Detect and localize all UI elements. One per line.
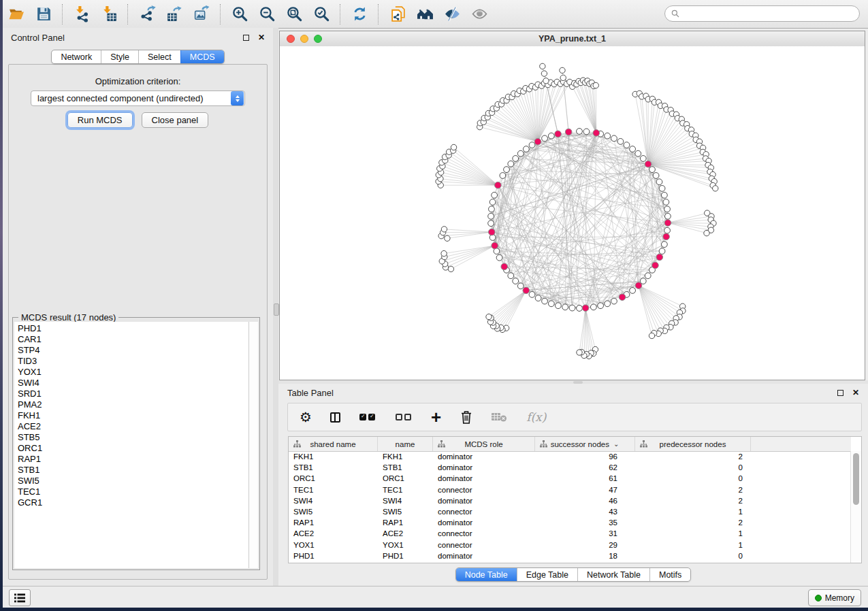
right-region: YPA_prune.txt_1 Table Panel ✕ ⚙ + — [278, 28, 868, 587]
mcds-result-item[interactable]: STP4 — [14, 345, 248, 356]
network-from-document-icon[interactable] — [386, 4, 409, 24]
network-graph[interactable] — [280, 46, 865, 380]
memory-button[interactable]: Memory — [808, 589, 861, 606]
tab-motifs[interactable]: Motifs — [649, 568, 690, 581]
table-cell: PHD1 — [289, 552, 378, 560]
table-row[interactable]: STB1STB1dominator620 — [289, 462, 851, 473]
run-mcds-button[interactable]: Run MCDS — [67, 112, 133, 128]
mcds-result-item[interactable]: SRD1 — [14, 389, 248, 399]
table-row[interactable]: SWI4SWI4dominator462 — [289, 495, 851, 506]
table-row[interactable]: PHD1PHD1dominator180 — [289, 550, 851, 561]
table-row[interactable]: FKH1FKH1dominator962 — [289, 451, 851, 462]
mcds-result-scrollbar[interactable] — [249, 322, 258, 568]
table-row[interactable]: ACE2ACE2connector311 — [289, 528, 851, 539]
close-panel-button[interactable]: Close panel — [142, 112, 209, 128]
function-builder-icon: f(x) — [526, 409, 546, 425]
export-network-icon[interactable] — [135, 4, 159, 24]
memory-status-icon — [815, 595, 822, 601]
mcds-result-item[interactable]: TID3 — [14, 356, 248, 367]
export-image-icon[interactable] — [190, 4, 213, 24]
toolbar-separator — [340, 4, 341, 24]
float-table-panel-icon[interactable] — [837, 390, 843, 396]
table-toolbar: ⚙ + f(x) — [287, 403, 862, 431]
task-history-button[interactable] — [9, 589, 31, 606]
show-all-icon[interactable] — [468, 4, 491, 24]
zoom-fit-icon[interactable] — [283, 4, 306, 24]
mcds-result-item[interactable]: ACE2 — [14, 421, 248, 432]
tab-select[interactable]: Select — [138, 50, 180, 63]
mcds-result-item[interactable]: FKH1 — [14, 410, 248, 421]
mcds-result-item[interactable]: TEC1 — [14, 486, 248, 497]
group-nodes-icon[interactable] — [413, 4, 436, 24]
import-network-icon[interactable] — [70, 4, 93, 24]
refresh-view-icon[interactable] — [348, 4, 371, 24]
export-table-icon[interactable] — [163, 4, 186, 24]
table-scrollbar[interactable] — [850, 451, 861, 563]
open-session-icon[interactable] — [5, 4, 28, 24]
search-box[interactable] — [664, 5, 860, 22]
tab-style[interactable]: Style — [101, 50, 138, 63]
toolbar-separator — [127, 4, 129, 24]
table-row[interactable]: TEC1TEC1connector472 — [289, 484, 851, 495]
tab-mcds[interactable]: MCDS — [180, 50, 224, 63]
tab-network[interactable]: Network — [52, 50, 101, 63]
column-type-icon — [438, 440, 445, 449]
table-cell: 2 — [635, 486, 751, 494]
table-cell: FKH1 — [289, 452, 378, 461]
table-cell: ORC1 — [378, 474, 433, 482]
delete-columns-icon[interactable] — [460, 409, 473, 425]
table-cell: 2 — [635, 497, 751, 505]
mcds-result-item[interactable]: SWI5 — [14, 476, 248, 486]
zoom-selected-icon[interactable] — [310, 4, 333, 24]
tab-edge-table[interactable]: Edge Table — [517, 568, 577, 581]
select-all-icon[interactable] — [359, 409, 376, 425]
add-column-icon[interactable]: + — [431, 409, 441, 425]
import-table-icon[interactable] — [97, 4, 120, 24]
float-panel-icon[interactable] — [243, 35, 249, 41]
search-input[interactable] — [683, 8, 859, 19]
table-row[interactable]: ORC1ORC1dominator610 — [289, 473, 851, 484]
table-cell: RAP1 — [378, 518, 433, 527]
close-table-panel-icon[interactable]: ✕ — [852, 390, 859, 396]
column-header-successor-nodes[interactable]: successor nodes⌄ — [535, 437, 635, 451]
splitter-grip[interactable] — [573, 381, 583, 384]
column-header-MCDS-role[interactable]: MCDS role — [433, 437, 535, 451]
network-view[interactable] — [280, 46, 865, 380]
vertical-splitter[interactable] — [273, 28, 278, 587]
table-cell: 46 — [535, 497, 635, 505]
table-cell: 18 — [535, 552, 635, 560]
table-row[interactable]: SWI5SWI5connector431 — [289, 506, 851, 517]
column-header-shared-name[interactable]: shared name — [289, 437, 378, 451]
mcds-result-item[interactable]: ORC1 — [14, 443, 248, 454]
mcds-result-item[interactable]: PMA2 — [14, 399, 248, 410]
hide-selected-icon[interactable] — [440, 4, 464, 24]
tab-node-table[interactable]: Node Table — [456, 568, 517, 581]
mcds-result-item[interactable]: STB5 — [14, 432, 248, 443]
table-cell: connector — [433, 529, 535, 538]
split-panel-icon[interactable] — [330, 409, 340, 425]
deselect-all-icon[interactable] — [395, 409, 413, 425]
table-row[interactable]: YOX1YOX1connector291 — [289, 540, 851, 550]
table-cell: ACE2 — [289, 529, 378, 538]
zoom-out-icon[interactable] — [255, 4, 278, 24]
zoom-in-icon[interactable] — [228, 4, 251, 24]
list-icon — [14, 593, 26, 604]
column-header-predecessor-nodes[interactable]: predecessor nodes — [635, 437, 751, 451]
save-session-icon[interactable] — [32, 4, 55, 24]
mcds-result-item[interactable]: SWI4 — [14, 378, 248, 389]
mcds-result-item[interactable]: STB1 — [14, 465, 248, 476]
mcds-result-item[interactable]: YOX1 — [14, 367, 248, 378]
mcds-result-item[interactable]: PHD1 — [14, 323, 248, 334]
mcds-result-item[interactable]: CAR1 — [14, 334, 248, 345]
close-panel-icon[interactable]: ✕ — [258, 35, 265, 41]
table-row[interactable]: RAP1RAP1dominator352 — [289, 517, 851, 528]
mcds-result-item[interactable]: RAP1 — [14, 454, 248, 465]
mcds-result-item[interactable]: GCR1 — [14, 497, 248, 508]
table-cell: dominator — [433, 552, 535, 560]
settings-icon[interactable]: ⚙ — [300, 409, 312, 425]
tab-network-table[interactable]: Network Table — [577, 568, 649, 581]
scrollbar-thumb[interactable] — [853, 453, 859, 505]
mcds-result-list[interactable]: PHD1CAR1STP4TID3YOX1SWI4SRD1PMA2FKH1ACE2… — [14, 322, 249, 568]
criterion-select[interactable]: largest connected component (undirected) — [31, 90, 245, 106]
column-header-name[interactable]: name — [378, 437, 433, 451]
